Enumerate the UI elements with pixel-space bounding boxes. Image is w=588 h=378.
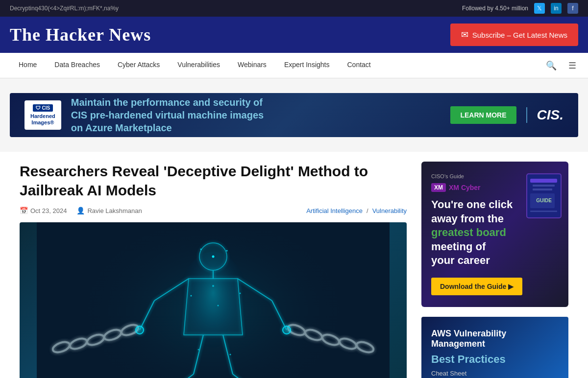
svg-rect-43 bbox=[533, 185, 555, 187]
cis-logo: 🛡 CIS HardenedImages® bbox=[24, 100, 61, 130]
xm-cyber-name: XM Cyber bbox=[449, 184, 481, 191]
marquee-text: Decryptinq430(<4>Zq#RL:m);mFK*,na%y bbox=[10, 5, 119, 12]
aws-subtitle: Best Practices bbox=[431, 353, 559, 366]
calendar-icon: 📅 bbox=[20, 207, 28, 214]
xm-green: greatest board bbox=[431, 226, 506, 238]
cis-right-logo: CIS. bbox=[526, 107, 564, 123]
envelope-icon: ✉ bbox=[461, 29, 468, 40]
nav-cyber-attacks[interactable]: Cyber Attacks bbox=[109, 53, 169, 78]
article-date: 📅 Oct 23, 2024 bbox=[20, 207, 67, 214]
category-ai[interactable]: Artificial Intelligence bbox=[306, 207, 363, 214]
facebook-icon[interactable]: f bbox=[567, 3, 578, 14]
top-bar: Decryptinq430(<4>Zq#RL:m);mFK*,na%y Foll… bbox=[0, 0, 588, 17]
svg-point-33 bbox=[212, 285, 214, 287]
svg-point-24 bbox=[283, 326, 291, 334]
xm-book-image: GUIDE bbox=[524, 171, 564, 220]
svg-point-35 bbox=[191, 295, 192, 297]
twitter-icon[interactable]: 𝕏 bbox=[534, 3, 545, 14]
article-categories: Artificial Intelligence / Vulnerability bbox=[306, 207, 407, 214]
learn-more-button[interactable]: LEARN MORE bbox=[450, 106, 516, 124]
search-button[interactable]: 🔍 bbox=[544, 58, 559, 73]
nav-links: Home Data Breaches Cyber Attacks Vulnera… bbox=[10, 53, 380, 78]
sidebar: CISO's Guide XM XM Cyber You're one clic… bbox=[421, 162, 568, 378]
main-nav: Home Data Breaches Cyber Attacks Vulnera… bbox=[0, 53, 588, 78]
svg-point-30 bbox=[212, 256, 215, 258]
svg-point-31 bbox=[200, 249, 202, 250]
svg-text:GUIDE: GUIDE bbox=[536, 198, 552, 203]
menu-button[interactable]: ☰ bbox=[566, 58, 578, 73]
site-logo[interactable]: The Hacker News bbox=[10, 24, 151, 45]
ad-line2: CIS pre-hardened virtual machine images bbox=[71, 110, 264, 120]
subscribe-label: Subscribe – Get Latest News bbox=[472, 31, 567, 39]
nav-vulnerabilities[interactable]: Vulnerabilities bbox=[169, 53, 229, 78]
xm-line3: meeting of bbox=[431, 240, 486, 253]
svg-point-23 bbox=[136, 326, 144, 334]
nav-home[interactable]: Home bbox=[10, 53, 46, 78]
ad-banner-text: Maintain the performance and security of… bbox=[61, 96, 451, 134]
svg-rect-44 bbox=[533, 189, 552, 190]
xm-cyber-ad: CISO's Guide XM XM Cyber You're one clic… bbox=[421, 162, 568, 307]
article-title: Researchers Reveal 'Deceptive Delight' M… bbox=[20, 162, 407, 200]
xm-download-button[interactable]: Download the Guide ▶ bbox=[431, 278, 522, 295]
ad-banner-left: 🛡 CIS HardenedImages® bbox=[24, 100, 61, 130]
svg-point-37 bbox=[198, 349, 199, 351]
svg-rect-42 bbox=[530, 179, 557, 183]
cis-badge: 🛡 CIS bbox=[33, 104, 53, 112]
nav-icons: 🔍 ☰ bbox=[544, 58, 578, 73]
article-author: 👤 Ravie Lakshmanan bbox=[76, 207, 142, 214]
xm-line2: away from the bbox=[431, 213, 504, 225]
xm-line1: You're one click bbox=[431, 198, 513, 211]
ad-line3: on Azure Marketplace bbox=[71, 122, 172, 133]
category-sep: / bbox=[367, 207, 368, 214]
svg-point-36 bbox=[240, 293, 241, 294]
subscribe-button[interactable]: ✉ Subscribe – Get Latest News bbox=[450, 24, 578, 46]
svg-point-34 bbox=[218, 305, 219, 307]
category-vuln[interactable]: Vulnerability bbox=[372, 207, 407, 214]
article-meta-left: 📅 Oct 23, 2024 👤 Ravie Lakshmanan bbox=[20, 207, 142, 214]
header: The Hacker News ✉ Subscribe – Get Latest… bbox=[0, 17, 588, 53]
followers-text: Followed by 4.50+ million bbox=[462, 5, 528, 12]
ad-banner: 🛡 CIS HardenedImages® Maintain the perfo… bbox=[10, 93, 578, 137]
article-meta: 📅 Oct 23, 2024 👤 Ravie Lakshmanan Artifi… bbox=[20, 207, 407, 214]
nav-contact[interactable]: Contact bbox=[338, 53, 379, 78]
xm-line4: your career bbox=[431, 254, 490, 266]
aws-ad: AWS Vulnerability Management Best Practi… bbox=[421, 317, 568, 378]
author-text: Ravie Lakshmanan bbox=[87, 207, 142, 214]
article: Researchers Reveal 'Deceptive Delight' M… bbox=[20, 162, 407, 378]
main-content: Researchers Reveal 'Deceptive Delight' M… bbox=[10, 152, 578, 378]
nav-data-breaches[interactable]: Data Breaches bbox=[46, 53, 109, 78]
svg-rect-47 bbox=[530, 211, 557, 212]
nav-webinars[interactable]: Webinars bbox=[229, 53, 275, 78]
aws-label: Cheat Sheet bbox=[431, 370, 559, 377]
top-bar-right: Followed by 4.50+ million 𝕏 in f bbox=[462, 3, 578, 14]
aws-title: AWS Vulnerability Management bbox=[431, 329, 559, 349]
svg-point-38 bbox=[230, 354, 231, 355]
nav-expert-insights[interactable]: Expert Insights bbox=[275, 53, 339, 78]
ad-line1: Maintain the performance and security of bbox=[71, 97, 263, 108]
cis-label: HardenedImages® bbox=[30, 113, 55, 126]
user-icon: 👤 bbox=[76, 207, 85, 214]
date-text: Oct 23, 2024 bbox=[30, 207, 67, 214]
svg-point-32 bbox=[226, 250, 228, 252]
linkedin-icon[interactable]: in bbox=[551, 3, 562, 14]
article-image bbox=[20, 222, 407, 378]
xm-badge: XM bbox=[431, 183, 446, 192]
